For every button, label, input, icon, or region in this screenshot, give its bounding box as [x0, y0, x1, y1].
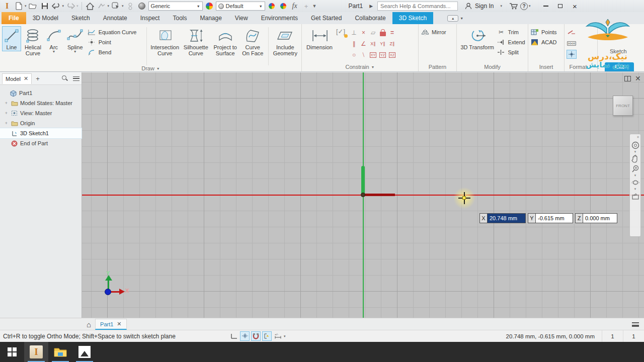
- equal-constraint-button[interactable]: =: [390, 30, 394, 36]
- sketch-line-vertical[interactable]: [361, 166, 365, 195]
- mirror-button[interactable]: Mirror: [421, 28, 446, 36]
- orbit-icon[interactable]: [631, 178, 639, 187]
- parallel-xz-plane-button[interactable]: XZ: [389, 52, 395, 58]
- close-button[interactable]: ×: [569, 1, 582, 11]
- tab-view[interactable]: View: [228, 12, 255, 24]
- parallel-x-constraint-button[interactable]: X∥: [370, 42, 376, 46]
- new-file-button[interactable]: [14, 1, 24, 11]
- navbar-caret-icon[interactable]: ▼: [634, 151, 637, 153]
- sign-in-dropdown[interactable]: ▾: [500, 4, 502, 8]
- 3d-transform-button[interactable]: 3D Transform: [459, 26, 496, 51]
- panel-label-modify[interactable]: Modify: [457, 63, 528, 71]
- sketch-line-horizontal[interactable]: [363, 194, 395, 196]
- tree-item-part[interactable]: Part1: [0, 88, 82, 98]
- ortho-axes-icon[interactable]: [229, 331, 238, 341]
- snap-toggle-icon[interactable]: [240, 331, 250, 341]
- arc-button[interactable]: Arc ▼: [45, 26, 63, 54]
- y-coord-input[interactable]: -0.615 mm: [536, 213, 573, 223]
- browser-search-icon[interactable]: [62, 75, 68, 81]
- extend-button[interactable]: Extend: [497, 38, 526, 46]
- parallel-xy-plane-button[interactable]: XY: [370, 52, 376, 58]
- tab-annotate[interactable]: Annotate: [97, 12, 134, 24]
- save-button[interactable]: [40, 1, 50, 11]
- curve-on-face-button[interactable]: Curve On Face: [240, 26, 266, 57]
- redo-button[interactable]: [65, 1, 75, 11]
- sketch-canvas[interactable]: X 20.748 mm Y -0.615 mm Z 0.000 mm FRONT…: [82, 72, 644, 318]
- perpendicular-constraint-button[interactable]: ⊥: [351, 30, 356, 36]
- tab-environments[interactable]: Environments: [255, 12, 304, 24]
- tab-tools[interactable]: Tools: [166, 12, 193, 24]
- search-input[interactable]: [377, 2, 458, 11]
- centerpoint-button[interactable]: [567, 50, 577, 59]
- adjust-color-clear-icon[interactable]: [278, 1, 288, 11]
- parallel-z-constraint-button[interactable]: Z∥: [390, 42, 395, 46]
- tab-3d-sketch[interactable]: 3D Sketch: [392, 12, 433, 24]
- split-view-icon[interactable]: [624, 76, 631, 81]
- pan-hand-icon[interactable]: [631, 154, 639, 163]
- select-tool-button[interactable]: [111, 1, 121, 11]
- parallel-yz-plane-button[interactable]: YZ: [379, 52, 386, 58]
- tree-item-end-of-part[interactable]: End of Part: [0, 138, 82, 148]
- new-file-dropdown[interactable]: ▾: [25, 4, 27, 8]
- doc-tabs-menu-icon[interactable]: [632, 322, 639, 327]
- silhouette-curve-button[interactable]: Silhouette Curve: [181, 26, 210, 57]
- points-button[interactable]: Points: [530, 28, 561, 36]
- appearance-wheel-icon[interactable]: [204, 1, 214, 11]
- ribbon-collapse-control[interactable]: ▲ ▼: [447, 12, 463, 24]
- undo-button[interactable]: [51, 1, 61, 11]
- smooth-constraint-button[interactable]: ▱: [371, 30, 375, 36]
- help-dropdown[interactable]: ▾: [529, 4, 531, 8]
- dimension-button[interactable]: Dimension: [304, 26, 335, 51]
- constraint-inference-button[interactable]: [✓]: [336, 28, 348, 39]
- tree-item-3d-sketch1[interactable]: 3D Sketch1: [0, 128, 82, 138]
- lock-constraint-button[interactable]: [380, 32, 386, 36]
- trim-button[interactable]: ✂ Trim: [497, 28, 526, 36]
- tab-get-started[interactable]: Get Started: [304, 12, 348, 24]
- tree-item-origin[interactable]: + Origin: [0, 118, 82, 128]
- helical-curve-button[interactable]: Helical Curve: [22, 26, 44, 57]
- magnet-snap-icon[interactable]: [251, 331, 261, 341]
- concentric-constraint-button[interactable]: ○: [352, 52, 356, 58]
- tab-inspect[interactable]: Inspect: [134, 12, 167, 24]
- material-browser-icon[interactable]: [137, 1, 147, 11]
- undo-dropdown[interactable]: ▾: [62, 4, 64, 8]
- view-cube[interactable]: FRONT: [613, 96, 633, 116]
- tab-file[interactable]: File: [2, 12, 26, 24]
- return-dropdown[interactable]: ▾: [108, 4, 110, 8]
- material-dropdown[interactable]: Generic ▼: [148, 2, 203, 11]
- app-store-cart-icon[interactable]: [509, 1, 519, 11]
- taskbar-inventor-button[interactable]: I: [24, 342, 48, 362]
- parameters-fx-button[interactable]: fx: [290, 1, 300, 11]
- return-button[interactable]: [97, 1, 107, 11]
- panel-label-format[interactable]: Format▼: [565, 63, 597, 71]
- minimize-button[interactable]: [539, 1, 552, 11]
- open-button[interactable]: [28, 1, 38, 11]
- equation-curve-button[interactable]: Equation Curve: [88, 28, 144, 36]
- origin-point[interactable]: [361, 193, 365, 197]
- document-tab-part1[interactable]: Part1 ✕: [95, 319, 127, 330]
- panel-label-insert[interactable]: Insert: [528, 63, 564, 71]
- home-tab-icon[interactable]: ⌂: [87, 320, 91, 329]
- taskbar-explorer-button[interactable]: [48, 342, 72, 362]
- steering-wheel-icon[interactable]: [631, 141, 639, 149]
- tangent-constraint-button[interactable]: ∠: [361, 41, 366, 47]
- acad-button[interactable]: ACAD: [530, 38, 561, 46]
- line-button[interactable]: Line: [2, 26, 21, 51]
- expander-icon[interactable]: +: [4, 101, 9, 106]
- split-button[interactable]: Split: [497, 48, 526, 56]
- start-button[interactable]: [0, 342, 24, 362]
- construction-line-button[interactable]: [567, 28, 577, 37]
- adjust-color-add-icon[interactable]: [267, 1, 277, 11]
- intersection-curve-button[interactable]: Intersection Curve: [149, 26, 180, 57]
- inference-toggle-icon[interactable]: [262, 331, 272, 341]
- look-at-icon[interactable]: [631, 192, 639, 200]
- parallel-y-constraint-button[interactable]: Y∥: [380, 42, 385, 46]
- tree-item-model-states[interactable]: + Model States: Master: [0, 98, 82, 108]
- bend-button[interactable]: Bend: [88, 48, 144, 56]
- sign-in-button[interactable]: Sign In: [475, 3, 494, 10]
- project-to-surface-button[interactable]: Project to Surface: [211, 26, 239, 57]
- tab-manage[interactable]: Manage: [193, 12, 228, 24]
- spline-dropdown-icon[interactable]: ▼: [73, 50, 77, 53]
- parallel-constraint-button[interactable]: ∥: [353, 41, 356, 47]
- navbar-caret-icon[interactable]: ▼: [634, 174, 637, 176]
